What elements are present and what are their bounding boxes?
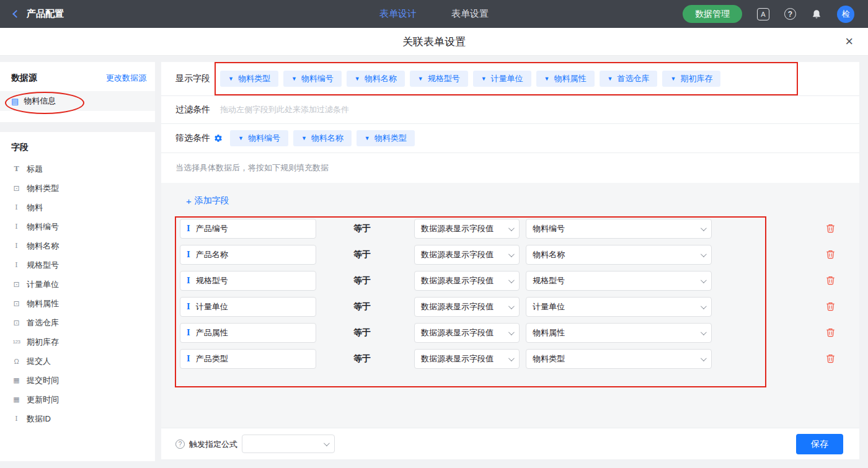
- caret-down-icon: ▼: [355, 76, 360, 82]
- datasource-item[interactable]: ▤ 物料信息: [0, 91, 155, 111]
- chevron-down-icon: [508, 303, 515, 309]
- field-item[interactable]: 物料名称: [0, 236, 155, 255]
- delete-row-button[interactable]: [826, 354, 835, 363]
- screen-field-chip[interactable]: ▼物料类型: [356, 130, 415, 146]
- operator-label: 等于: [353, 353, 371, 364]
- display-field-chip[interactable]: ▼物料属性: [536, 71, 595, 87]
- target-field-input[interactable]: I产品编号: [180, 219, 316, 239]
- chevron-down-icon: [701, 277, 707, 283]
- source-field-select[interactable]: 物料编号: [526, 219, 712, 239]
- target-field-input[interactable]: I计量单位: [180, 297, 316, 317]
- display-field-chip[interactable]: ▼物料编号: [283, 71, 342, 87]
- screen-field-chip[interactable]: ▼物料名称: [293, 130, 352, 146]
- datasource-header: 数据源 更改数据源: [0, 62, 155, 91]
- source-type-select[interactable]: 数据源表显示字段值: [414, 271, 520, 291]
- tab-form-settings[interactable]: 表单设置: [451, 8, 489, 20]
- field-item[interactable]: 提交时间: [0, 371, 155, 390]
- source-field-select[interactable]: 物料属性: [526, 323, 712, 343]
- field-item-label: 物料类型: [27, 183, 59, 194]
- screen-field-chip[interactable]: ▼物料编号: [230, 130, 288, 146]
- delete-row-button[interactable]: [826, 224, 835, 233]
- number-field-icon: [11, 339, 22, 345]
- operator-label: 等于: [353, 301, 371, 312]
- source-field-select[interactable]: 规格型号: [526, 271, 712, 291]
- field-item[interactable]: 物料编号: [0, 217, 155, 236]
- display-field-chip[interactable]: ▼物料类型: [220, 71, 278, 87]
- delete-row-button[interactable]: [826, 276, 835, 285]
- source-field-select[interactable]: 计量单位: [526, 297, 712, 317]
- chevron-down-icon: [701, 225, 707, 231]
- field-item[interactable]: 期初库存: [0, 332, 155, 351]
- source-type-select[interactable]: 数据源表显示字段值: [414, 349, 520, 369]
- target-field-input[interactable]: I产品类型: [180, 349, 316, 369]
- settings-panel: 显示字段 ▼物料类型 ▼物料编号 ▼物料名称 ▼规格型号 ▼计量单位 ▼物料属性…: [161, 62, 859, 459]
- text-field-icon: I: [187, 302, 190, 311]
- delete-row-button[interactable]: [826, 250, 835, 259]
- delete-row-button[interactable]: [826, 302, 835, 311]
- input-field-icon: [11, 415, 22, 423]
- close-icon[interactable]: ×: [845, 34, 853, 49]
- target-field-input[interactable]: I产品名称: [180, 245, 316, 265]
- rule-hint-row: 当选择具体数据后，将按如下规则填充数据: [161, 153, 859, 183]
- delete-row-button[interactable]: [826, 328, 835, 337]
- chip-label: 物料类型: [374, 133, 407, 144]
- mapping-row: I产品编号 等于 数据源表显示字段值 物料编号: [180, 219, 859, 239]
- data-manage-button[interactable]: 数据管理: [683, 5, 742, 23]
- help-icon[interactable]: ?: [784, 8, 796, 20]
- mapping-row: I规格型号 等于 数据源表显示字段值 规格型号: [180, 271, 859, 291]
- topbar: 产品配置 表单设计 表单设置 数据管理 A ? 检: [0, 0, 868, 28]
- field-item[interactable]: 计量单位: [0, 275, 155, 294]
- mapping-row: I产品名称 等于 数据源表显示字段值 物料名称: [180, 245, 859, 265]
- field-item[interactable]: 物料类型: [0, 179, 155, 198]
- notification-bell-icon[interactable]: [811, 9, 822, 20]
- display-field-chip[interactable]: ▼物料名称: [347, 71, 405, 87]
- field-item[interactable]: 规格型号: [0, 255, 155, 275]
- caret-down-icon: ▼: [228, 76, 234, 82]
- chevron-down-icon: [508, 329, 515, 335]
- target-field-input[interactable]: I规格型号: [180, 271, 316, 291]
- chevron-down-icon: [508, 277, 515, 283]
- source-type-select[interactable]: 数据源表显示字段值: [414, 245, 520, 265]
- text-field-icon: I: [187, 355, 190, 363]
- filter-dropzone[interactable]: 拖动左侧字段到此处来添加过滤条件: [220, 104, 349, 115]
- field-item[interactable]: 更新时间: [0, 390, 155, 409]
- field-item[interactable]: 物料: [0, 198, 155, 217]
- date-field-icon: [11, 376, 22, 384]
- mapping-section: + 添加字段 I产品编号 等于 数据源表显示字段值 物料编号 I产品名称 等于 …: [161, 183, 859, 428]
- display-field-chip[interactable]: ▼计量单位: [473, 71, 531, 87]
- select-field-icon: [11, 319, 22, 327]
- source-field-select[interactable]: 物料名称: [526, 245, 712, 265]
- language-icon[interactable]: A: [757, 8, 769, 20]
- gear-icon[interactable]: [214, 134, 223, 143]
- question-circle-icon[interactable]: ?: [175, 439, 185, 449]
- title-field-icon: [11, 165, 22, 173]
- source-type-select[interactable]: 数据源表显示字段值: [414, 323, 520, 343]
- source-type-select[interactable]: 数据源表显示字段值: [414, 297, 520, 317]
- select-field-icon: [11, 280, 22, 289]
- change-datasource-link[interactable]: 更改数据源: [106, 73, 146, 84]
- target-field-input[interactable]: I产品属性: [180, 323, 316, 343]
- display-field-chip[interactable]: ▼首选仓库: [600, 71, 658, 87]
- user-field-icon: [11, 358, 22, 365]
- field-item[interactable]: 首选仓库: [0, 313, 155, 332]
- caret-down-icon: ▼: [291, 76, 297, 82]
- field-item[interactable]: 物料属性: [0, 294, 155, 313]
- form-doc-icon: ▤: [11, 97, 19, 106]
- tab-form-design[interactable]: 表单设计: [379, 8, 417, 20]
- save-button[interactable]: 保存: [796, 434, 843, 454]
- formula-select[interactable]: [242, 435, 335, 453]
- field-item[interactable]: 数据ID: [0, 409, 155, 428]
- chevron-down-icon: [701, 329, 707, 335]
- source-field-select[interactable]: 物料类型: [526, 349, 712, 369]
- target-field-value: 产品名称: [196, 249, 228, 260]
- avatar[interactable]: 检: [837, 6, 854, 23]
- chevron-down-icon: [324, 440, 330, 446]
- add-field-button[interactable]: + 添加字段: [186, 195, 229, 206]
- display-field-chip[interactable]: ▼期初库存: [662, 71, 720, 87]
- display-field-chip[interactable]: ▼规格型号: [410, 71, 468, 87]
- field-item[interactable]: 提交人: [0, 351, 155, 371]
- chip-label: 物料名称: [311, 133, 343, 144]
- add-field-label: 添加字段: [195, 195, 229, 206]
- source-type-select[interactable]: 数据源表显示字段值: [414, 219, 520, 239]
- field-item[interactable]: 标题: [0, 159, 155, 179]
